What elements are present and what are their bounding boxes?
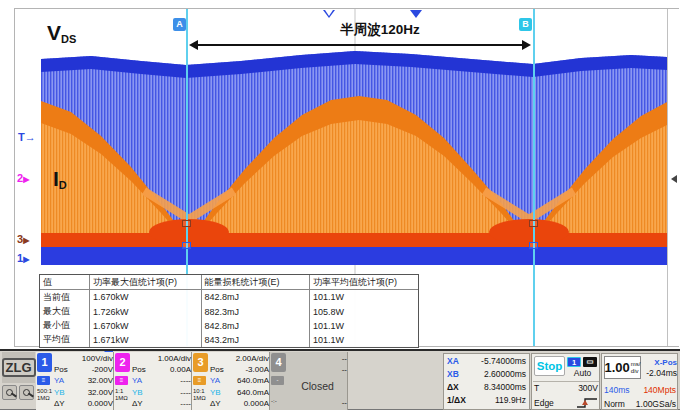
arrowhead-right-icon [522, 40, 531, 50]
channel1-coupling-icon[interactable]: ≡ [37, 376, 50, 385]
acquire-mode: Norm [604, 399, 625, 409]
channel4-status: Closed [288, 375, 347, 397]
channel4-r3: -- [342, 397, 347, 408]
channel1-badge[interactable]: 1 [37, 353, 52, 372]
xpos-marker-icon[interactable] [323, 10, 335, 18]
pos-label: Pos [132, 364, 146, 375]
dy-label: ΔY [132, 398, 143, 409]
col-header-power-avg: 功率平均值统计项(P) [309, 275, 418, 290]
ch1-position-marker[interactable]: 1▶ [17, 253, 29, 265]
dy-label: ΔY [210, 398, 221, 409]
brand-logo-text: ZLG [2, 358, 36, 377]
trigger-position-icon[interactable] [410, 10, 422, 18]
channel2-yb: ---- [180, 387, 191, 398]
xb-value: 2.60000ms [484, 369, 526, 379]
channel3-dy: 0.000A [244, 398, 269, 409]
annotation-half-period: 半周波120Hz [285, 21, 475, 39]
battery-icon: ▭ [583, 357, 597, 367]
cell-value: 842.8mJ [201, 290, 309, 305]
trigger-t-label: T [534, 383, 539, 393]
trigger-source-badge[interactable]: 1 [567, 357, 581, 367]
oscilloscope-screen: A B 半周波120Hz VDS ID T→ 2▶ 3▶ 1▶ [0, 0, 680, 413]
channel3-badge[interactable]: 3 [193, 353, 208, 372]
col-header-energy-loss: 能量损耗统计项(E) [201, 275, 309, 290]
timebase-unit: ms/ div [631, 361, 641, 374]
pos-label: Pos [210, 364, 224, 375]
channel4-badge[interactable]: 4 [271, 353, 286, 372]
channel2-block[interactable]: 2 ≡ 1:1 1MΩ 1.00A/div Pos0.00A YA---- YB… [114, 352, 192, 410]
yb-label: YB [54, 387, 65, 398]
channel3-coupling-icon[interactable]: ≡ [193, 376, 206, 385]
cursor-b-badge[interactable]: B [519, 18, 532, 31]
table-row: 最大值 1.726kW 882.3mJ 105.8W [40, 304, 418, 318]
col-header-power-max: 功率最大值统计项(P) [90, 275, 201, 290]
touch-tool-button[interactable] [19, 385, 34, 400]
cell-value: 105.8W [309, 304, 418, 318]
cell-value: 101.1W [309, 319, 418, 333]
cursor-a-badge[interactable]: A [173, 18, 186, 31]
cell-value: 882.3mJ [201, 304, 309, 318]
table-row: 平均值 1.671kW 843.2mJ 101.1W [40, 333, 418, 347]
ch2-position-marker[interactable]: 2▶ [17, 173, 29, 185]
annotation-arrow [189, 40, 531, 50]
yb-label: YB [210, 387, 221, 398]
cursor-a-marker-ch3 [182, 220, 191, 227]
channel1-scale: 100V/div [82, 353, 113, 364]
cursor-b-line[interactable] [533, 9, 535, 346]
cell-value: 843.2mJ [201, 333, 309, 347]
channel3-block[interactable]: 3 ≡ 10:1 1MΩ 2.00A/div Pos-3.00A YA640.0… [192, 352, 270, 410]
channel3-yb: 640.0mA [237, 387, 269, 398]
run-stop-button[interactable]: Stop [534, 356, 565, 376]
row-label: 最大值 [40, 304, 90, 318]
ch1-marker-arrow-icon: ▶ [23, 255, 29, 264]
xa-label: XA [447, 356, 459, 366]
control-panel: ZLG 1 ≡ 500:1 1MΩ 100V/div Pos-200V YA32… [0, 349, 680, 410]
rising-edge-icon [576, 397, 598, 409]
ch3-position-marker[interactable]: 3▶ [17, 234, 29, 246]
scroll-left-icon[interactable] [671, 175, 677, 183]
channel4-coupling-icon[interactable]: - [271, 376, 284, 385]
table-row: 最小值 1.670kW 842.8mJ 101.1W [40, 319, 418, 333]
timebase-scale-box[interactable]: 1.00 ms/ div [604, 356, 641, 379]
dx-label: ΔX [447, 382, 459, 392]
channel2-coupling-icon[interactable]: ≡ [115, 376, 128, 385]
trigger-level: 300V [578, 383, 598, 393]
channel4-r2: -- [342, 364, 347, 375]
channel2-badge[interactable]: 2 [115, 353, 130, 372]
inv-dx-value: 119.9Hz [495, 395, 526, 405]
pos-label: Pos [54, 364, 68, 375]
ch2-marker-arrow-icon: ▶ [23, 175, 29, 184]
channel3-scale: 2.00A/div [236, 353, 269, 364]
cursor-b-marker-ch3 [529, 220, 538, 227]
arrow-line [198, 44, 522, 46]
channel1-probe-ratio: 500:1 1MΩ [37, 388, 52, 401]
channel4-block[interactable]: 4 - -:- -- -- Closed -- [270, 352, 348, 410]
vds-label-main: V [47, 21, 61, 44]
channel2-probe-ratio: 1:1 1MΩ [115, 388, 128, 401]
trigger-mode[interactable]: Auto [567, 368, 598, 378]
ya-label: YA [210, 375, 220, 386]
vds-label: VDS [47, 21, 76, 45]
xb-label: XB [447, 369, 459, 379]
cell-value: 1.671kW [90, 333, 201, 347]
memory-depth: 140Mpts [643, 385, 676, 395]
timebase-box: 1.00 ms/ div X-Pos -2.04ms 140ms 140Mpts… [601, 353, 678, 410]
xpos-value: -2.04ms [643, 368, 677, 378]
touch-icon-tail [28, 392, 34, 397]
row-label: 平均值 [40, 333, 90, 347]
right-scroll-strip [667, 9, 680, 346]
yb-label: YB [132, 387, 143, 398]
channel2-position: 0.00A [170, 364, 191, 375]
trigger-box: Stop 1 ▭ Auto T 300V Edge [531, 353, 600, 410]
channel3-position: -3.00A [245, 364, 269, 375]
cell-value: 1.670kW [90, 290, 201, 305]
channel1-block[interactable]: 1 ≡ 500:1 1MΩ 100V/div Pos-200V YA32.00V… [36, 352, 114, 410]
channel4-r1: -- [342, 353, 347, 364]
channel1-position: -200V [92, 364, 113, 375]
probe-compensation-button[interactable] [2, 385, 17, 400]
channel4-probe-ratio: -:- [271, 398, 277, 405]
table-header-row: 值 功率最大值统计项(P) 能量损耗统计项(E) 功率平均值统计项(P) [40, 275, 418, 290]
trigger-level-marker[interactable]: T→ [18, 132, 36, 143]
channel3-probe-ratio: 10:1 1MΩ [193, 388, 206, 401]
trigger-type[interactable]: Edge [534, 398, 554, 408]
